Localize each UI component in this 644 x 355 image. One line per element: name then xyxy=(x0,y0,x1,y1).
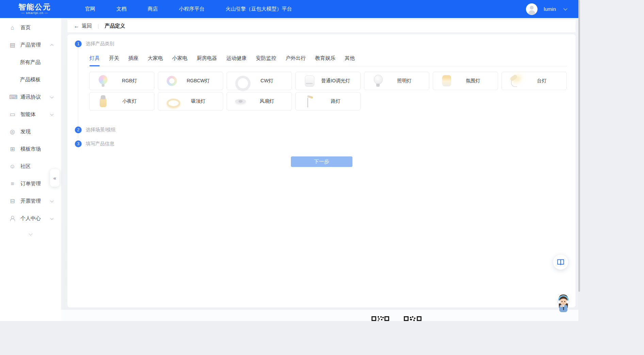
product-card-night-light[interactable]: 小夜灯 xyxy=(89,92,154,111)
product-card-street-light[interactable]: 路灯 xyxy=(295,92,361,111)
category-tab[interactable]: 小家电 xyxy=(172,55,187,66)
product-card-label: 照明灯 xyxy=(384,78,429,84)
vertical-scrollbar[interactable] xyxy=(578,0,580,292)
category-tab[interactable]: 其他 xyxy=(345,55,355,66)
sidebar-item-label: 订单管理 xyxy=(20,181,41,187)
step-2-label: 选择场景/模组 xyxy=(86,127,116,133)
product-card-desk-lamp[interactable]: 台灯 xyxy=(501,72,567,90)
product-card-ambient-light[interactable]: 氛围灯 xyxy=(433,72,498,90)
product-card-io-dimmer-light[interactable]: 普通IO调光灯 xyxy=(295,72,361,90)
sidebar-item-communication-protocol[interactable]: 通讯协议 xyxy=(0,88,61,106)
fan-light-image xyxy=(234,95,247,108)
sidebar-collapse-button[interactable]: « xyxy=(50,169,60,187)
category-tab[interactable]: 开关 xyxy=(109,55,119,66)
back-button[interactable]: ← 返回 xyxy=(74,23,92,29)
sidebar-item-template-market[interactable]: 模板市场 xyxy=(0,140,61,158)
product-card-label: CW灯 xyxy=(247,78,292,84)
page-footer xyxy=(61,310,578,321)
category-tabs: 灯具 开关 插座 大家电 小家电 厨房电器 运动健康 安防监控 xyxy=(89,55,567,66)
step-3-label: 填写产品信息 xyxy=(86,141,114,147)
sidebar-item-label: 所有产品 xyxy=(20,59,40,66)
navbar-user-area: lumin xyxy=(526,3,567,15)
product-card-label: RGBCW灯 xyxy=(178,78,223,84)
sidebar-item-all-products[interactable]: 所有产品 xyxy=(0,54,61,71)
ambient-light-image xyxy=(440,74,453,87)
rgbcw-light-image xyxy=(165,74,178,87)
step-2-badge: 2 xyxy=(75,126,82,133)
step-2: 2 选择场景/模组 xyxy=(75,126,576,134)
page: 智能公元 — smartpi.cn — 官网 文档 商店 小程序平台 火山引擎（… xyxy=(0,0,644,355)
category-tab[interactable]: 运动健康 xyxy=(226,55,247,66)
product-card-cw-light[interactable]: CW灯 xyxy=(227,72,292,90)
user-avatar-icon[interactable] xyxy=(526,3,538,15)
sidebar-item-agent[interactable]: 智能体 xyxy=(0,106,61,123)
chevron-icon xyxy=(50,199,54,202)
page-title: 产品定义 xyxy=(105,23,125,29)
username[interactable]: lumin xyxy=(544,6,556,12)
nav-menu: 官网 文档 商店 小程序平台 火山引擎（豆包大模型）平台 xyxy=(85,6,292,12)
layers-icon xyxy=(9,42,16,48)
sidebar-item-label: 社区 xyxy=(20,163,31,170)
category-tab[interactable]: 灯具 xyxy=(89,55,100,66)
category-tab[interactable]: 厨房电器 xyxy=(197,55,217,66)
product-card-label: 台灯 xyxy=(522,78,566,84)
product-card-rgb-light[interactable]: RGB灯 xyxy=(89,72,154,90)
sidebar-more-indicator[interactable] xyxy=(0,227,61,241)
product-card-fan-light[interactable]: 风扇灯 xyxy=(227,92,292,111)
product-definition-card: 1 选择产品类别 灯具 开关 插座 大家电 小家电 xyxy=(67,34,576,307)
chevron-down-icon xyxy=(29,232,32,235)
chevron-down-icon[interactable] xyxy=(563,6,567,10)
category-tab[interactable]: 教育娱乐 xyxy=(315,55,335,66)
nav-miniprogram-platform[interactable]: 小程序平台 xyxy=(179,6,204,12)
nav-docs[interactable]: 文档 xyxy=(116,6,127,12)
street-light-image xyxy=(303,95,316,108)
sidebar-item-label: 模板市场 xyxy=(20,146,41,152)
category-tab[interactable]: 安防监控 xyxy=(256,55,276,66)
qr-code-2 xyxy=(403,316,422,321)
main-area: ← 返回 | 产品定义 1 选择产品类别 灯具 开关 xyxy=(61,18,578,321)
assistant-girl-icon xyxy=(555,292,572,312)
product-card-ceiling-light[interactable]: 吸顶灯 xyxy=(158,92,223,111)
chevron-icon xyxy=(50,112,54,116)
chevron-icon xyxy=(50,95,54,98)
sidebar-item-label: 首页 xyxy=(20,24,31,31)
monitor-icon xyxy=(9,111,16,118)
category-tab[interactable]: 户外出行 xyxy=(285,55,306,66)
breadcrumb-divider: | xyxy=(98,23,99,29)
sidebar-item-personal-center[interactable]: 个人中心 xyxy=(0,210,61,227)
assistant-avatar[interactable] xyxy=(555,292,572,312)
product-card-label: 路灯 xyxy=(316,98,360,104)
sidebar-item-product-management[interactable]: 产品管理 xyxy=(0,36,61,54)
nav-official-site[interactable]: 官网 xyxy=(85,6,95,12)
docs-floating-button[interactable] xyxy=(553,255,568,270)
smiley-icon xyxy=(9,163,16,170)
sidebar-item-invoice-management[interactable]: 开票管理 xyxy=(0,192,61,210)
brand-logo[interactable]: 智能公元 — smartpi.cn — xyxy=(14,3,55,15)
next-step-button[interactable]: 下一步 xyxy=(291,156,352,167)
night-light-image xyxy=(97,95,110,108)
sidebar-item-discover[interactable]: 发现 xyxy=(0,123,61,140)
home-icon xyxy=(9,24,16,31)
category-tab[interactable]: 大家电 xyxy=(148,55,163,66)
category-tab[interactable]: 插座 xyxy=(128,55,138,66)
product-card-label: RGB灯 xyxy=(110,78,154,84)
grid-icon xyxy=(9,146,16,152)
sidebar-item-label: 智能体 xyxy=(20,111,36,118)
step-3-badge: 3 xyxy=(75,140,82,147)
step-1-badge: 1 xyxy=(75,40,82,47)
back-label: 返回 xyxy=(82,23,92,29)
product-type-grid: RGB灯 RGBCW灯 CW灯 xyxy=(89,72,569,111)
qr-code-1 xyxy=(371,316,390,321)
nav-store[interactable]: 商店 xyxy=(148,6,158,12)
top-navbar: 智能公元 — smartpi.cn — 官网 文档 商店 小程序平台 火山引擎（… xyxy=(0,0,578,18)
sidebar-item-home[interactable]: 首页 xyxy=(0,19,61,36)
sidebar-item-product-templates[interactable]: 产品模板 xyxy=(0,71,61,88)
product-card-rgbcw-light[interactable]: RGBCW灯 xyxy=(158,72,223,90)
cw-light-image xyxy=(234,74,247,87)
sidebar-item-label: 产品管理 xyxy=(20,42,41,48)
ceiling-light-image xyxy=(165,95,178,108)
app-window: 智能公元 — smartpi.cn — 官网 文档 商店 小程序平台 火山引擎（… xyxy=(0,0,578,321)
nav-volcano-engine-platform[interactable]: 火山引擎（豆包大模型）平台 xyxy=(226,6,292,12)
product-card-lighting-lamp[interactable]: 照明灯 xyxy=(364,72,429,90)
protocol-icon xyxy=(9,94,16,100)
